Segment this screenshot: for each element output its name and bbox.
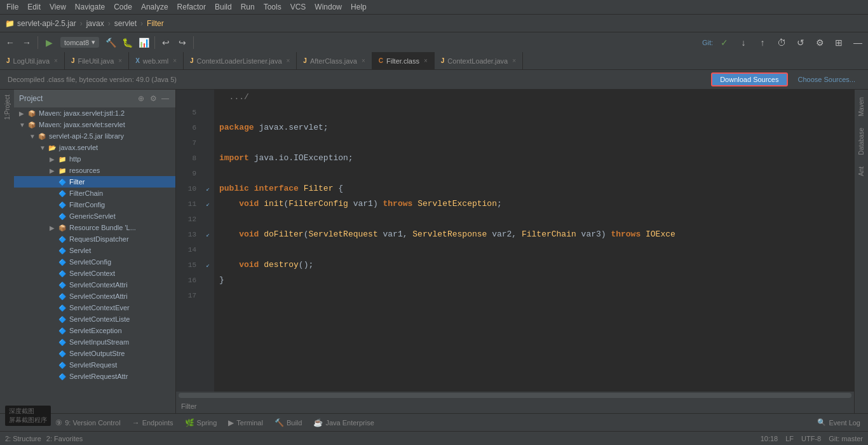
git-update-btn[interactable]: ↓	[736, 35, 751, 50]
code-line-15: void destroy();	[219, 257, 849, 273]
menu-tools[interactable]: Tools	[260, 1, 285, 13]
tab-close-fileutil[interactable]: ×	[118, 57, 122, 64]
tree-item-http[interactable]: ▶ 📁 http	[14, 153, 175, 165]
vc-label: 9: Version Control	[65, 419, 120, 427]
build-btn[interactable]: 🔨	[103, 35, 118, 50]
tree-item-servletcontextliste[interactable]: 🔷 ServletContextListe	[14, 313, 175, 325]
git-history-btn[interactable]: ⏱	[774, 35, 789, 50]
download-sources-button[interactable]: Download Sources	[711, 72, 787, 86]
tab-close-cl[interactable]: ×	[512, 57, 516, 64]
menu-view[interactable]: View	[46, 1, 70, 13]
project-tool-label[interactable]: 1:Project	[0, 90, 14, 125]
tree-item-servletexception[interactable]: 🔷 ServletException	[14, 325, 175, 336]
menu-build[interactable]: Build	[211, 1, 236, 13]
tab-close-cll[interactable]: ×	[287, 57, 290, 64]
debug-btn[interactable]: 🐛	[119, 35, 135, 50]
run-btn[interactable]: ▶	[41, 35, 57, 50]
version-control-tab[interactable]: ⑨ 9: Version Control	[50, 416, 125, 430]
tree-item-servletcontextattr1[interactable]: 🔷 ServletContextAttri	[14, 279, 175, 291]
redo-btn[interactable]: ↪	[175, 35, 190, 50]
menu-window[interactable]: Window	[311, 1, 346, 13]
gutter-bookmark15[interactable]: ↙	[201, 257, 214, 273]
scrollbar-track[interactable]	[179, 393, 851, 398]
status-git-branch[interactable]: Git: master	[829, 435, 863, 442]
code-container[interactable]: 5 6 7 8 9 10 11 12 13 14 15 16 17	[176, 90, 854, 392]
tree-item-servletinputstream[interactable]: 🔷 ServletInputStream	[14, 336, 175, 348]
status-favorites[interactable]: 2: Favorites	[46, 435, 83, 442]
menu-edit[interactable]: Edit	[24, 1, 44, 13]
gutter-bookmark11[interactable]: ↙	[201, 196, 214, 212]
undo-btn[interactable]: ↩	[158, 35, 173, 50]
git-check-btn[interactable]: ✓	[717, 35, 732, 50]
panel-sync-btn[interactable]: ⊕	[136, 93, 146, 104]
tree-item-filter[interactable]: 🔷 Filter	[14, 176, 175, 188]
menu-analyze[interactable]: Analyze	[137, 1, 172, 13]
coverage-btn[interactable]: 📊	[136, 35, 151, 50]
tree-item-servletcontextattr2[interactable]: 🔷 ServletContextAttri	[14, 291, 175, 302]
tree-item-resources[interactable]: ▶ 📁 resources	[14, 165, 175, 176]
tab-close-logutil[interactable]: ×	[54, 57, 58, 64]
tree-item-servletrequest[interactable]: 🔷 ServletRequest	[14, 359, 175, 371]
panel-settings-btn[interactable]: ⚙	[148, 93, 158, 104]
tab-fileutil[interactable]: J FileUtil.java ×	[65, 52, 129, 69]
menu-refactor[interactable]: Refactor	[173, 1, 210, 13]
choose-sources-button[interactable]: Choose Sources...	[793, 74, 861, 85]
tab-filter-class[interactable]: C Filter.class ×	[372, 52, 435, 69]
tab-webxml[interactable]: X web.xml ×	[129, 52, 184, 69]
tree-item-servletoutputstream[interactable]: 🔷 ServletOutputStre	[14, 348, 175, 359]
database-sidebar-label[interactable]: Database	[858, 128, 865, 155]
menu-help[interactable]: Help	[347, 1, 370, 13]
tab-close-webxml[interactable]: ×	[173, 57, 177, 64]
tree-item-filterchain[interactable]: 🔷 FilterChain	[14, 188, 175, 199]
tree-item-servlet-jar[interactable]: ▼ 📦 servlet-api-2.5.jar library	[14, 130, 175, 142]
event-log-tab[interactable]: 🔍 Event Log	[812, 416, 865, 429]
tab-close-filter[interactable]: ×	[424, 57, 428, 64]
forward-btn[interactable]: →	[19, 35, 34, 50]
build-tab[interactable]: 🔨 Build	[269, 416, 307, 430]
tree-item-servletconfig[interactable]: 🔷 ServletConfig	[14, 256, 175, 268]
tree-item-maven-jstl[interactable]: ▶ 📦 Maven: javax.servlet:jstl:1.2	[14, 107, 175, 119]
tree-item-resourcebundle[interactable]: ▶ 📦 Resource Bundle 'L...	[14, 222, 175, 233]
tab-contextloader[interactable]: J ContextLoader.java ×	[435, 52, 523, 69]
tree-item-servlet[interactable]: 🔷 Servlet	[14, 245, 175, 256]
menu-navigate[interactable]: Navigate	[71, 1, 109, 13]
java-enterprise-tab[interactable]: ☕ Java Enterprise	[308, 416, 379, 430]
back-btn[interactable]: ←	[3, 35, 18, 50]
git-revert-btn[interactable]: ↺	[793, 35, 808, 50]
run-config-selector[interactable]: tomcat8 ▾	[60, 37, 99, 48]
settings-btn[interactable]: ⚙	[812, 35, 827, 50]
menu-code[interactable]: Code	[110, 1, 136, 13]
tree-item-servletcontextever[interactable]: 🔷 ServletContextEver	[14, 302, 175, 313]
editor-scrollbar[interactable]	[176, 392, 854, 399]
minimize-btn[interactable]: —	[850, 35, 865, 50]
tree-item-filterconfig[interactable]: 🔷 FilterConfig	[14, 199, 175, 210]
maven-sidebar-label[interactable]: Maven	[858, 97, 865, 116]
tree-item-requestdispatcher[interactable]: 🔷 RequestDispatcher	[14, 233, 175, 245]
tab-logutil[interactable]: J LogUtil.java ×	[0, 52, 65, 69]
gutter-bookmark13[interactable]: ↙	[201, 227, 214, 242]
panel-close-btn[interactable]: —	[160, 93, 170, 104]
tree-item-servletcontext[interactable]: 🔷 ServletContext	[14, 268, 175, 279]
vc-icon: ⑨	[55, 418, 62, 427]
menu-run[interactable]: Run	[237, 1, 259, 13]
status-encoding[interactable]: UTF-8	[801, 435, 821, 442]
gutter-bookmark10[interactable]: ↙	[201, 181, 214, 196]
ant-sidebar-label[interactable]: Ant	[858, 167, 865, 176]
terminal-tab[interactable]: ▶ Terminal	[223, 416, 268, 430]
tree-item-servletrequestattr[interactable]: 🔷 ServletRequestAttr	[14, 371, 175, 382]
git-push-btn[interactable]: ↑	[755, 35, 770, 50]
endpoints-tab[interactable]: → Endpoints	[127, 416, 179, 430]
tree-label-jar: servlet-api-2.5.jar library	[49, 132, 124, 140]
status-2-structure[interactable]: 2: Structure	[5, 435, 41, 442]
expand-btn[interactable]: ⊞	[831, 35, 846, 50]
menu-vcs[interactable]: VCS	[287, 1, 310, 13]
status-line-ending[interactable]: LF	[785, 435, 794, 442]
menu-file[interactable]: File	[3, 1, 22, 13]
tab-afterclass[interactable]: J AfterClass.java ×	[297, 52, 372, 69]
spring-tab[interactable]: 🌿 Spring	[180, 416, 222, 430]
tree-item-javax-servlet[interactable]: ▼ 📂 javax.servlet	[14, 142, 175, 153]
tree-item-maven-servlet[interactable]: ▼ 📦 Maven: javax.servlet:servlet	[14, 119, 175, 130]
tab-contextloaderlistener[interactable]: J ContextLoaderListener.java ×	[184, 52, 297, 69]
tree-item-genericservlet[interactable]: 🔷 GenericServlet	[14, 210, 175, 222]
tab-close-afterclass[interactable]: ×	[362, 57, 365, 64]
